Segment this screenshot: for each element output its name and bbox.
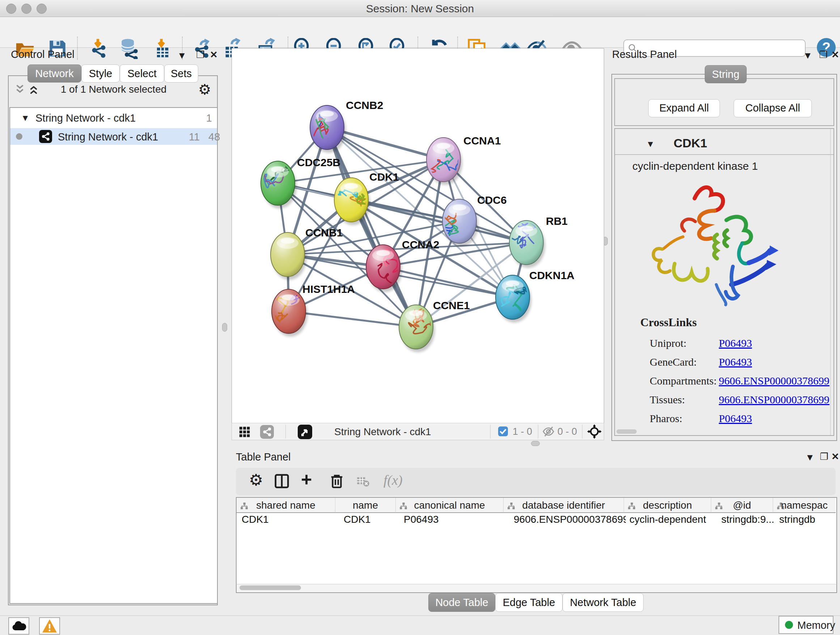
undock-panel-icon[interactable]: ❐: [196, 49, 204, 60]
svg-text:CCNA2: CCNA2: [402, 239, 439, 250]
undock-panel-icon[interactable]: ❐: [819, 49, 827, 60]
column-header[interactable]: database identifier: [504, 498, 624, 513]
bottom-splitter-handle[interactable]: [531, 441, 540, 446]
collapse-all-networks-icon[interactable]: [14, 83, 27, 95]
network-row-selected[interactable]: String Network - cdk1 11 48: [10, 128, 217, 145]
column-header[interactable]: name: [335, 498, 396, 513]
left-splitter-handle[interactable]: [222, 323, 227, 332]
column-header[interactable]: canonical name: [396, 498, 504, 513]
network-view-title: String Network - cdk1: [334, 426, 431, 438]
pan-crosshair-icon[interactable]: [587, 424, 602, 440]
grid-view-icon[interactable]: [238, 426, 251, 440]
results-panel: Results Panel ▼ ❐ ✕ String Expand All Co…: [608, 47, 840, 449]
network-selection-status: 1 of 1 Network selected: [41, 84, 186, 95]
table-cell[interactable]: stringdb: [779, 514, 834, 525]
crosslink-label: Compartments:: [650, 371, 717, 390]
tab-select[interactable]: Select: [120, 65, 164, 82]
float-panel-icon[interactable]: ▼: [803, 50, 813, 61]
crosslinks-labels: Uniprot: GeneCard: Compartments: Tissues…: [650, 334, 717, 428]
delete-column-trash-icon[interactable]: [328, 473, 345, 491]
pharos-link[interactable]: P06493: [719, 409, 829, 428]
network-collection-row[interactable]: ▼ String Network - cdk1 1: [10, 111, 217, 127]
column-header[interactable]: namespac: [773, 498, 836, 513]
warnings-button[interactable]: [39, 617, 60, 635]
tab-network[interactable]: Network: [27, 65, 81, 82]
crosslink-label: Tissues:: [650, 390, 717, 409]
hidden-eye-icon: [542, 425, 554, 439]
crosslink-label: GeneCard:: [650, 353, 717, 371]
table-hscrollbar[interactable]: [236, 584, 837, 593]
expand-all-button[interactable]: Expand All: [648, 99, 720, 117]
collection-expand-icon[interactable]: ▼: [21, 113, 30, 123]
network-edge-count: 48: [208, 131, 220, 143]
tab-node-table[interactable]: Node Table: [428, 593, 495, 612]
main-toolbar: ?: [0, 17, 840, 48]
node-table[interactable]: shared name name canonical name database…: [236, 497, 837, 585]
uniprot-link[interactable]: P06493: [719, 334, 829, 353]
gene-expand-icon[interactable]: ▼: [646, 139, 655, 149]
tab-string-results[interactable]: String: [705, 65, 747, 83]
crosslinks-values: P06493 P06493 9606.ENSP00000378699 9606.…: [719, 334, 829, 428]
network-list: ▼ String Network - cdk1 1 String Network…: [9, 107, 218, 604]
table-cell[interactable]: CDK1: [344, 514, 394, 525]
column-header[interactable]: description: [624, 498, 711, 513]
function-builder-icon[interactable]: f(x): [384, 472, 403, 488]
show-columns-icon[interactable]: [273, 473, 290, 491]
svg-text:CDK1: CDK1: [369, 171, 399, 183]
network-view-toolbar: String Network - cdk1 1 - 0 0 - 0: [232, 423, 604, 440]
svg-text:CCNA1: CCNA1: [463, 135, 501, 147]
svg-text:CCNB2: CCNB2: [346, 99, 383, 111]
close-panel-icon[interactable]: ✕: [831, 451, 839, 462]
tab-edge-table[interactable]: Edge Table: [495, 593, 562, 612]
toolbar-separator: [582, 424, 583, 439]
network-node-count: 11: [189, 131, 200, 143]
tab-network-table[interactable]: Network Table: [562, 593, 644, 612]
title-bar: Session: New Session: [0, 0, 840, 17]
automation-cloud-button[interactable]: [8, 617, 29, 635]
close-panel-icon[interactable]: ✕: [831, 49, 839, 60]
table-settings-gear-icon[interactable]: ⚙: [249, 470, 263, 489]
tab-sets[interactable]: Sets: [164, 65, 198, 82]
delete-table-icon[interactable]: [356, 475, 370, 490]
float-panel-icon[interactable]: ▼: [805, 452, 815, 463]
table-cell[interactable]: P06493: [404, 514, 501, 525]
network-canvas[interactable]: CCNB2CCNA1CDC25BCDK1CDC6RB1CCNB1CCNA2CDK…: [232, 48, 604, 423]
table-cell[interactable]: CDK1: [242, 514, 332, 525]
tissues-link[interactable]: 9606.ENSP00000378699: [719, 390, 829, 409]
memory-button[interactable]: Memory: [778, 616, 834, 634]
table-panel-title: Table Panel: [236, 451, 291, 463]
network-options-gear-icon[interactable]: ⚙: [198, 81, 211, 98]
svg-text:RB1: RB1: [546, 215, 568, 227]
string-network-graph[interactable]: CCNB2CCNA1CDC25BCDK1CDC6RB1CCNB1CCNA2CDK…: [232, 49, 604, 423]
close-panel-icon[interactable]: ✕: [210, 49, 218, 60]
table-cell[interactable]: cyclin-dependent ...: [630, 514, 709, 525]
table-cell[interactable]: 9606.ENSP00000378699: [514, 514, 626, 525]
column-header[interactable]: @id: [711, 498, 773, 513]
divider: [615, 154, 834, 155]
float-panel-icon[interactable]: ▼: [177, 50, 187, 61]
collection-count: 1: [206, 112, 212, 124]
undock-panel-icon[interactable]: ❐: [820, 451, 828, 462]
birds-eye-view-icon[interactable]: [298, 424, 312, 439]
expand-all-networks-icon[interactable]: [27, 83, 41, 95]
selected-checkbox[interactable]: [498, 426, 508, 436]
tab-style[interactable]: Style: [81, 65, 120, 82]
create-column-icon[interactable]: +: [301, 469, 312, 490]
results-hscroll-thumb[interactable]: [616, 429, 637, 434]
table-hscroll-thumb[interactable]: [240, 585, 301, 590]
crosslink-label: Uniprot:: [650, 334, 717, 353]
column-header[interactable]: shared name: [237, 498, 335, 513]
table-cell[interactable]: stringdb:9...: [722, 514, 775, 525]
string-network-icon: [39, 130, 52, 143]
results-vscroll-track[interactable]: [830, 129, 831, 435]
application-window: Session: New Session: [0, 0, 840, 635]
toolbar-separator: [286, 424, 286, 439]
svg-text:HIST1H1A: HIST1H1A: [302, 283, 355, 295]
network-share-icon[interactable]: [260, 425, 274, 439]
toolbar-separator: [490, 424, 491, 439]
toolbar-separator: [538, 424, 538, 439]
status-bar: Memory: [0, 616, 840, 635]
compartments-link[interactable]: 9606.ENSP00000378699: [719, 371, 829, 390]
collapse-all-button[interactable]: Collapse All: [734, 99, 812, 117]
genecard-link[interactable]: P06493: [719, 353, 829, 371]
